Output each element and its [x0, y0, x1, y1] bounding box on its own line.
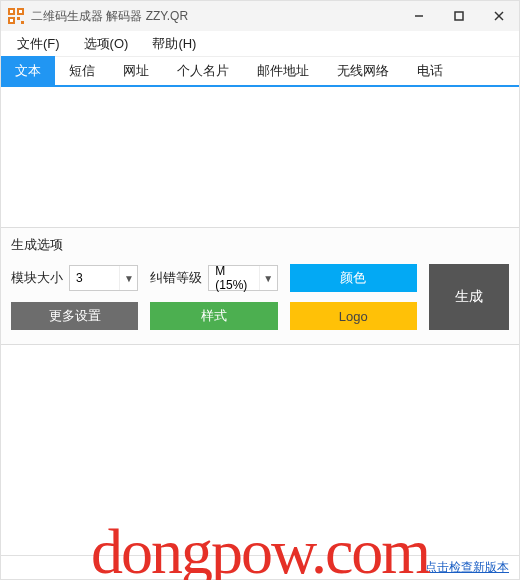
chevron-down-icon: ▼ — [259, 266, 277, 290]
tab-sms[interactable]: 短信 — [55, 56, 109, 86]
module-size-select[interactable]: 3 ▼ — [69, 265, 138, 291]
svg-rect-6 — [17, 17, 20, 20]
tab-mail[interactable]: 邮件地址 — [243, 56, 323, 86]
tab-vcard[interactable]: 个人名片 — [163, 56, 243, 86]
statusbar: 点击检查新版本 — [1, 555, 519, 579]
more-settings-button[interactable]: 更多设置 — [11, 302, 138, 330]
maximize-button[interactable] — [439, 1, 479, 31]
ec-level-value: M (15%) — [209, 264, 258, 292]
tab-wifi[interactable]: 无线网络 — [323, 56, 403, 86]
ec-level-select[interactable]: M (15%) ▼ — [208, 265, 277, 291]
options-panel: 生成选项 模块大小 3 ▼ 纠错等级 M (15%) ▼ 颜色 生成 更多设置 … — [1, 227, 519, 345]
ec-level-field: 纠错等级 M (15%) ▼ — [150, 265, 277, 291]
options-title: 生成选项 — [11, 236, 509, 254]
content-area — [1, 87, 519, 227]
svg-rect-3 — [19, 10, 22, 13]
check-update-link[interactable]: 点击检查新版本 — [425, 559, 509, 576]
app-window: 二维码生成器 解码器 ZZY.QR 文件(F) 选项(O) 帮助(H) 文本 短… — [0, 0, 520, 580]
ec-level-label: 纠错等级 — [150, 269, 202, 287]
menu-options[interactable]: 选项(O) — [74, 32, 139, 56]
menu-help[interactable]: 帮助(H) — [142, 32, 206, 56]
tab-bar: 文本 短信 网址 个人名片 邮件地址 无线网络 电话 — [1, 57, 519, 87]
preview-area — [1, 345, 519, 555]
app-icon — [7, 7, 25, 25]
tab-url[interactable]: 网址 — [109, 56, 163, 86]
window-buttons — [399, 1, 519, 31]
minimize-button[interactable] — [399, 1, 439, 31]
style-button[interactable]: 样式 — [150, 302, 277, 330]
svg-rect-1 — [10, 10, 13, 13]
text-input[interactable] — [1, 87, 519, 227]
logo-button[interactable]: Logo — [290, 302, 417, 330]
generate-button[interactable]: 生成 — [429, 264, 509, 330]
svg-rect-9 — [455, 12, 463, 20]
color-button[interactable]: 颜色 — [290, 264, 417, 292]
window-title: 二维码生成器 解码器 ZZY.QR — [31, 8, 399, 25]
tab-phone[interactable]: 电话 — [403, 56, 457, 86]
tab-text[interactable]: 文本 — [1, 56, 55, 86]
module-size-field: 模块大小 3 ▼ — [11, 265, 138, 291]
module-size-value: 3 — [70, 271, 119, 285]
chevron-down-icon: ▼ — [119, 266, 137, 290]
svg-rect-5 — [10, 19, 13, 22]
titlebar: 二维码生成器 解码器 ZZY.QR — [1, 1, 519, 31]
module-size-label: 模块大小 — [11, 269, 63, 287]
menubar: 文件(F) 选项(O) 帮助(H) — [1, 31, 519, 57]
menu-file[interactable]: 文件(F) — [7, 32, 70, 56]
close-button[interactable] — [479, 1, 519, 31]
svg-rect-7 — [21, 21, 24, 24]
